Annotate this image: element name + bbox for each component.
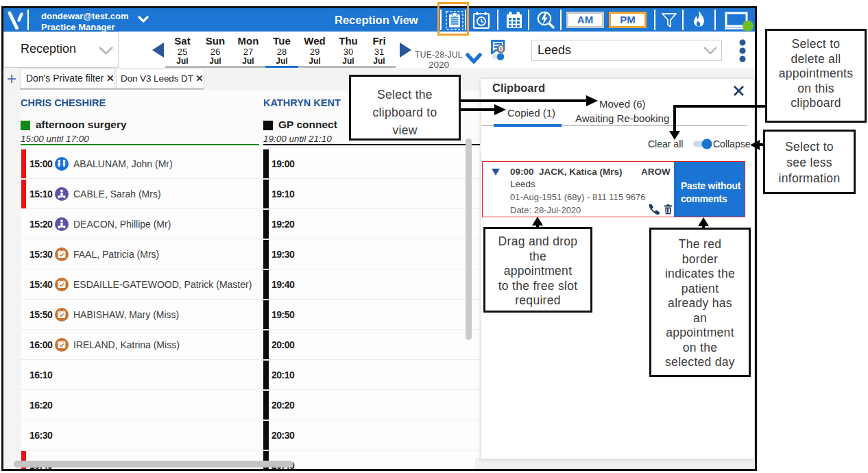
svg-text:0: 0 — [498, 45, 503, 53]
